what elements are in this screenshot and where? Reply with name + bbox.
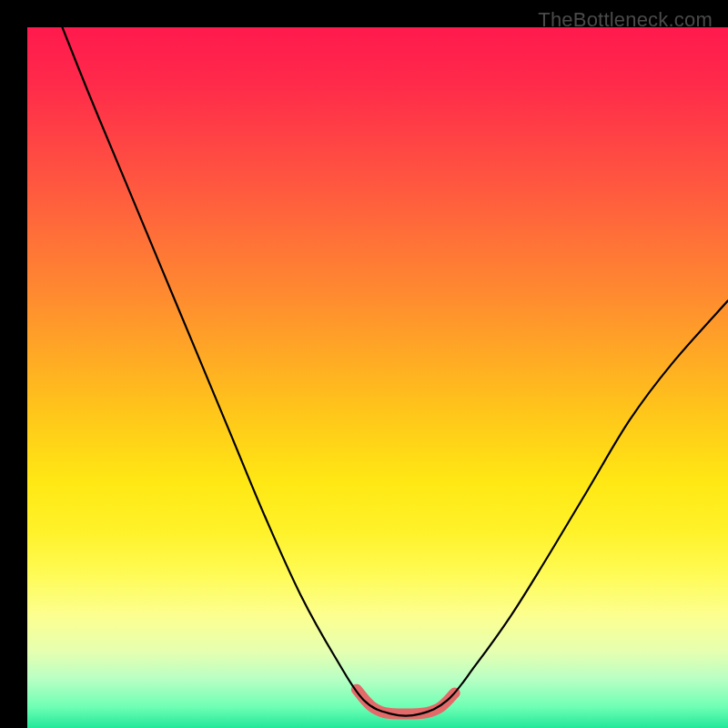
chart-svg bbox=[27, 27, 728, 728]
plot-area bbox=[27, 27, 728, 728]
watermark-text: TheBottleneck.com bbox=[538, 8, 713, 32]
bottleneck-curve-path bbox=[63, 27, 729, 716]
chart-frame: TheBottleneck.com bbox=[14, 14, 714, 714]
minimum-highlight-path bbox=[357, 690, 455, 714]
